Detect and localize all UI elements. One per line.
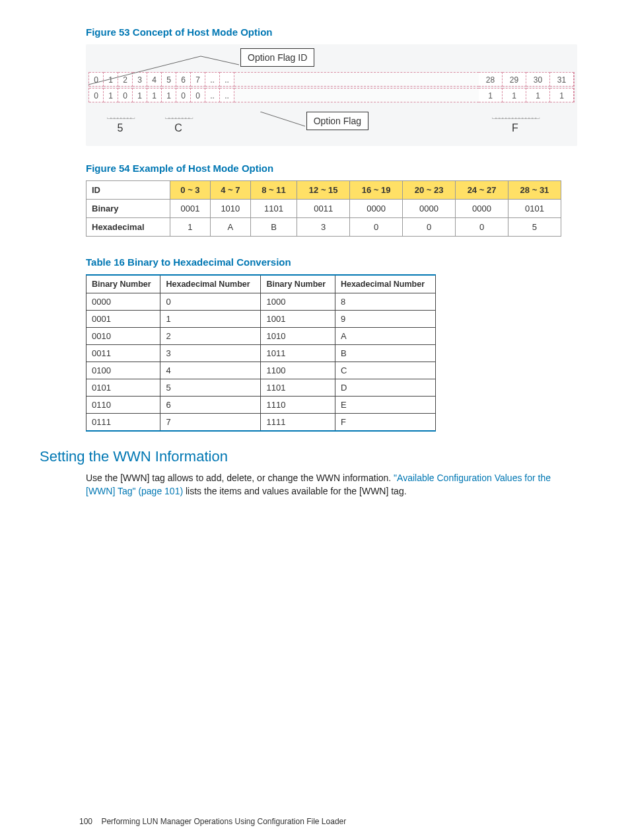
hex-group-f: ⎵⎵⎵⎵⎵⎵⎵⎵⎵⎵⎵⎵⎵⎵ F — [469, 112, 561, 134]
section-heading-wwn: Setting the WWN Information — [40, 448, 577, 465]
table-cell: 1011 — [261, 345, 335, 362]
table-cell: 0000 — [456, 200, 508, 218]
table-cell: 7 — [160, 414, 261, 432]
svg-line-1 — [201, 56, 239, 65]
table-row: 001131011B — [87, 345, 436, 362]
bit-cell: .. — [220, 88, 234, 102]
table-cell: 16 ~ 19 — [350, 181, 403, 200]
table-16-caption: Table 16 Binary to Hexadecimal Conversio… — [86, 256, 577, 268]
table-cell: 0100 — [87, 362, 160, 379]
table-cell: 5 — [160, 379, 261, 397]
figure-53-caption: Figure 53 Concept of Host Mode Option — [86, 26, 577, 38]
table-row: Binary00011010110100110000000000000101 — [87, 200, 561, 218]
bit-cell: 0 — [176, 88, 191, 102]
table-cell: 0 ~ 3 — [170, 181, 210, 200]
table-cell: Binary — [87, 200, 170, 218]
svg-line-0 — [88, 56, 201, 85]
bit-cell: 0 — [89, 88, 104, 102]
hex-group-5: ⎵⎵⎵⎵⎵⎵⎵⎵ 5 — [91, 112, 149, 134]
table-cell: 0101 — [87, 379, 160, 397]
bit-cell: .. — [205, 88, 220, 102]
table-cell: 2 — [160, 328, 261, 345]
bit-cell: 1 — [503, 88, 526, 102]
figure-53: Option Flag ID 01234567....28293031 0101… — [86, 44, 577, 146]
para-text: lists the items and values available for… — [183, 486, 406, 496]
table-cell: 0001 — [170, 200, 210, 218]
bit-cell: 1 — [133, 88, 147, 102]
hex-group-c: ⎵⎵⎵⎵⎵⎵⎵⎵ C — [149, 112, 207, 134]
option-flag-row: 01011100....1111 — [88, 88, 575, 102]
table-cell: 1000 — [261, 293, 335, 311]
table-cell: B — [250, 218, 297, 237]
table-cell: 0000 — [87, 293, 160, 311]
table-cell: 1010 — [261, 328, 335, 345]
table-cell: 0001 — [87, 311, 160, 328]
table-cell: C — [335, 362, 435, 379]
table-row: 0001110019 — [87, 311, 436, 328]
table-cell: 8 ~ 11 — [250, 181, 297, 200]
table-cell: 12 ~ 15 — [297, 181, 350, 200]
table-row: 010151101D — [87, 379, 436, 397]
table-row: 010041100C — [87, 362, 436, 379]
table-cell: 0101 — [508, 200, 561, 218]
table-row: 0000010008 — [87, 293, 436, 311]
table-cell: 5 — [508, 218, 561, 237]
table-cell: 8 — [335, 293, 435, 311]
table-cell: 0011 — [87, 345, 160, 362]
table-cell: F — [335, 414, 435, 432]
bit-cell: 1 — [526, 88, 550, 102]
table-cell: 1100 — [261, 362, 335, 379]
table-cell: A — [335, 328, 435, 345]
table-cell: 6 — [160, 397, 261, 414]
lead-line-icon — [88, 55, 244, 88]
option-flag-id-label: Option Flag ID — [240, 48, 314, 67]
table-cell: 1010 — [210, 200, 250, 218]
table-header-cell: Binary Number — [261, 275, 335, 293]
table-cell: 28 ~ 31 — [508, 181, 561, 200]
table-cell: 0110 — [87, 397, 160, 414]
bit-cell: 0 — [191, 88, 205, 102]
table-cell: 9 — [335, 311, 435, 328]
bit-cell: 1 — [147, 88, 162, 102]
table-cell: 1101 — [250, 200, 297, 218]
table-cell: 1110 — [261, 397, 335, 414]
table-cell: 1 — [160, 311, 261, 328]
table-row: 001021010A — [87, 328, 436, 345]
para-text: Use the [WWN] tag allows to add, delete,… — [86, 473, 394, 483]
table-cell: 24 ~ 27 — [456, 181, 508, 200]
page-footer: 100 Performing LUN Manager Operations Us… — [79, 817, 346, 826]
table-header-cell: Hexadecimal Number — [160, 275, 261, 293]
table-cell: 0 — [350, 218, 403, 237]
table-cell: ID — [87, 181, 170, 200]
bit-cell: 1 — [104, 88, 118, 102]
table-cell: 1 — [170, 218, 210, 237]
table-cell: D — [335, 379, 435, 397]
footer-text: Performing LUN Manager Operations Using … — [101, 817, 346, 826]
table-cell: 1001 — [261, 311, 335, 328]
figure-54-table: ID0 ~ 34 ~ 78 ~ 1112 ~ 1516 ~ 1920 ~ 232… — [86, 180, 561, 237]
bit-cell: 1 — [162, 88, 176, 102]
table-cell: 20 ~ 23 — [403, 181, 456, 200]
lead-line-icon — [260, 112, 306, 130]
table-cell: 0111 — [87, 414, 160, 432]
bit-cell: 1 — [479, 88, 503, 102]
table-16: Binary NumberHexadecimal NumberBinary Nu… — [86, 274, 436, 432]
table-cell: A — [210, 218, 250, 237]
option-flag-label: Option Flag — [306, 112, 368, 130]
table-row: Binary NumberHexadecimal NumberBinary Nu… — [87, 275, 436, 293]
table-cell: E — [335, 397, 435, 414]
bit-cell: 0 — [118, 88, 133, 102]
table-cell: 3 — [160, 345, 261, 362]
table-cell: 0000 — [403, 200, 456, 218]
table-cell: 1101 — [261, 379, 335, 397]
table-cell: 0 — [403, 218, 456, 237]
table-cell: 0011 — [297, 200, 350, 218]
bit-cell — [234, 88, 479, 102]
table-row: ID0 ~ 34 ~ 78 ~ 1112 ~ 1516 ~ 1920 ~ 232… — [87, 181, 561, 200]
bit-cell: 29 — [503, 72, 526, 87]
table-cell: 4 — [160, 362, 261, 379]
page-number: 100 — [79, 817, 92, 826]
table-cell: 1111 — [261, 414, 335, 432]
figure-54-caption: Figure 54 Example of Host Mode Option — [86, 163, 577, 174]
table-row: 011061110E — [87, 397, 436, 414]
